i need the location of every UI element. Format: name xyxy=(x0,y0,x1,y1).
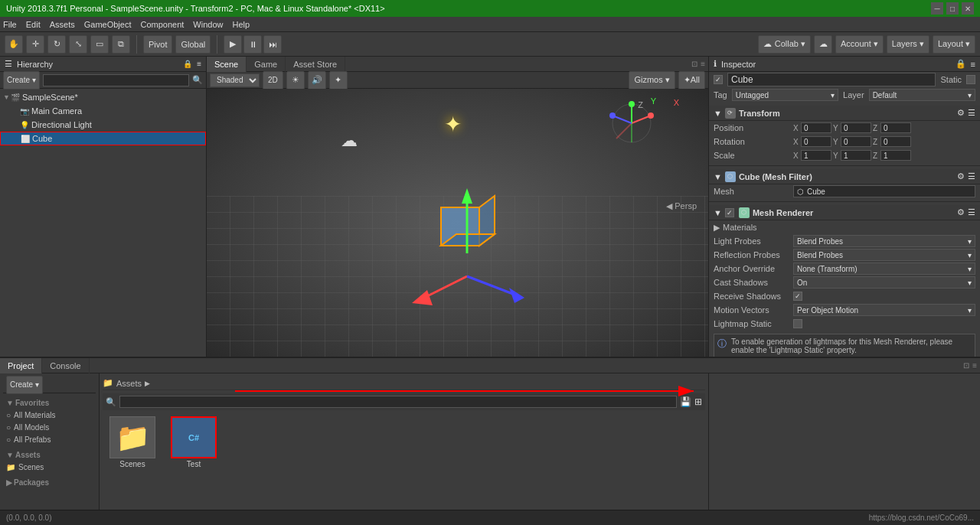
hierarchy-lock-icon[interactable]: 🔒 xyxy=(183,60,192,68)
layout-dropdown[interactable]: Layout ▾ xyxy=(933,35,975,54)
anchor-override-dropdown[interactable]: None (Transform) ▾ xyxy=(793,262,975,275)
inspector-lock-icon[interactable]: 🔒 xyxy=(956,59,966,69)
asset-test-script[interactable]: C# Test xyxy=(167,416,220,468)
scale-tool[interactable]: ⤡ xyxy=(69,35,87,54)
layer-dropdown[interactable]: Default ▾ xyxy=(869,89,975,101)
tab-project[interactable]: Project xyxy=(0,358,42,373)
lighting-toggle[interactable]: ☀ xyxy=(286,71,305,90)
project-maximize-icon[interactable]: ⊡ xyxy=(963,361,969,370)
layers-dropdown[interactable]: Layers ▾ xyxy=(887,35,929,54)
project-create-btn[interactable]: Create ▾ xyxy=(6,376,43,394)
mesh-renderer-header[interactable]: ▼ ⬡ Mesh Renderer ⚙ ☰ xyxy=(709,205,980,220)
tree-item-directionallight[interactable]: 💡 Directional Light xyxy=(0,118,206,132)
rot-z-input[interactable] xyxy=(880,136,911,147)
tag-label: Tag xyxy=(714,90,727,99)
menu-component[interactable]: Component xyxy=(140,20,184,29)
tag-dropdown[interactable]: Untagged ▾ xyxy=(732,89,838,101)
cloud-button[interactable]: ☁ xyxy=(814,35,832,54)
menu-bar: File Edit Assets GameObject Component Wi… xyxy=(0,17,980,32)
scene-viewport[interactable]: ✦ ☁ xyxy=(207,89,708,357)
hierarchy-menu-icon[interactable]: ≡ xyxy=(197,60,201,68)
2d-toggle[interactable]: 2D xyxy=(263,71,283,90)
transform-settings-icon[interactable]: ⚙ xyxy=(957,108,965,118)
scl-z-input[interactable] xyxy=(880,150,911,161)
reflection-probes-dropdown[interactable]: Blend Probes ▾ xyxy=(793,249,975,261)
tree-item-samplescene[interactable]: ▼ 🎬 SampleScene* xyxy=(0,90,206,104)
shading-mode-select[interactable]: Shaded xyxy=(210,73,260,87)
menu-file[interactable]: File xyxy=(3,20,17,29)
account-dropdown[interactable]: Account ▾ xyxy=(835,35,884,54)
static-checkbox[interactable] xyxy=(966,75,975,84)
lightmap-static-checkbox[interactable] xyxy=(793,319,802,328)
transform-options-icon[interactable]: ☰ xyxy=(968,108,975,118)
motion-vectors-dropdown[interactable]: Per Object Motion ▾ xyxy=(793,304,975,316)
fav-all-prefabs[interactable]: ○ All Prefabs xyxy=(3,433,96,445)
menu-window[interactable]: Window xyxy=(193,20,223,29)
tab-assetstore[interactable]: Asset Store xyxy=(286,57,345,72)
menu-edit[interactable]: Edit xyxy=(26,20,41,29)
light-probes-dropdown[interactable]: Blend Probes ▾ xyxy=(793,235,975,247)
object-name-field[interactable] xyxy=(727,73,936,86)
rot-y-input[interactable] xyxy=(841,136,871,147)
mesh-renderer-settings-icon[interactable]: ⚙ xyxy=(957,207,965,217)
tree-arrow: ▼ xyxy=(3,93,11,101)
project-inspector-panel xyxy=(708,373,980,510)
assets-search-input[interactable] xyxy=(119,396,677,408)
pause-button[interactable]: ⏸ xyxy=(243,35,262,54)
asset-scenes[interactable]: 📁 Scenes xyxy=(106,416,159,468)
fav-scenes-folder[interactable]: 📁 Scenes xyxy=(3,461,96,473)
mesh-filter-header[interactable]: ▼ ⬡ Cube (Mesh Filter) ⚙ ☰ xyxy=(709,169,980,184)
rotate-tool[interactable]: ↻ xyxy=(47,35,66,54)
tab-scene[interactable]: Scene xyxy=(207,57,247,72)
hierarchy-create-btn[interactable]: Create ▾ xyxy=(3,71,40,90)
scene-menu-icon[interactable]: ≡ xyxy=(701,60,705,68)
pivot-dropdown[interactable]: Pivot xyxy=(143,35,172,54)
mesh-filter-options-icon[interactable]: ☰ xyxy=(968,171,975,181)
cast-shadows-dropdown[interactable]: On ▾ xyxy=(793,276,975,289)
save-search-icon[interactable]: 💾 xyxy=(680,396,691,407)
all-layers-dropdown[interactable]: ✦All xyxy=(678,71,705,90)
project-menu-icon[interactable]: ≡ xyxy=(972,361,977,370)
mesh-renderer-enabled[interactable] xyxy=(725,208,734,217)
collab-dropdown[interactable]: ☁ Collab ▾ xyxy=(758,35,811,54)
rect-tool[interactable]: ▭ xyxy=(90,35,109,54)
hand-tool[interactable]: ✋ xyxy=(5,35,23,54)
scl-y-input[interactable] xyxy=(841,150,871,161)
effects-toggle[interactable]: ✦ xyxy=(329,71,348,90)
receive-shadows-checkbox[interactable] xyxy=(793,292,802,301)
transform-tool[interactable]: ⧉ xyxy=(112,35,130,54)
play-button[interactable]: ▶ xyxy=(224,35,242,54)
pos-x-input[interactable] xyxy=(801,122,831,133)
pos-y-label: Y xyxy=(833,124,839,132)
scl-x-input[interactable] xyxy=(801,150,831,161)
maximize-button[interactable]: □ xyxy=(946,2,959,15)
transform-header[interactable]: ▼ ⟳ Transform ⚙ ☰ xyxy=(709,106,980,121)
step-button[interactable]: ⏭ xyxy=(263,35,282,54)
mesh-filter-settings-icon[interactable]: ⚙ xyxy=(957,171,965,181)
audio-toggle[interactable]: 🔊 xyxy=(308,71,326,90)
tab-game[interactable]: Game xyxy=(247,57,286,72)
minimize-button[interactable]: ─ xyxy=(931,2,943,15)
pos-y-input[interactable] xyxy=(841,122,871,133)
fav-all-materials[interactable]: ○ All Materials xyxy=(3,409,96,421)
tree-item-maincamera[interactable]: 📷 Main Camera xyxy=(0,104,206,118)
mesh-renderer-options-icon[interactable]: ☰ xyxy=(968,207,975,217)
menu-help[interactable]: Help xyxy=(232,20,250,29)
close-button[interactable]: ✕ xyxy=(962,2,974,15)
fav-all-models[interactable]: ○ All Models xyxy=(3,421,96,433)
gizmos-dropdown[interactable]: Gizmos ▾ xyxy=(629,71,675,90)
move-tool[interactable]: ✛ xyxy=(26,35,44,54)
pos-z-input[interactable] xyxy=(880,122,911,133)
inspector-menu-icon[interactable]: ≡ xyxy=(971,60,975,69)
rot-x-input[interactable] xyxy=(801,136,831,147)
scene-maximize-icon[interactable]: ⊡ xyxy=(691,60,697,68)
hierarchy-search[interactable] xyxy=(43,74,189,86)
filter-icon[interactable]: ⊞ xyxy=(694,396,702,407)
menu-gameobject[interactable]: GameObject xyxy=(84,20,132,29)
global-dropdown[interactable]: Global xyxy=(175,35,211,54)
tab-console[interactable]: Console xyxy=(42,358,89,373)
bottom-tabs: Project Console ⊡ ≡ xyxy=(0,358,980,373)
tree-item-cube[interactable]: ⬜ Cube xyxy=(0,132,206,145)
menu-assets[interactable]: Assets xyxy=(50,20,75,29)
object-active-checkbox[interactable] xyxy=(714,75,723,84)
